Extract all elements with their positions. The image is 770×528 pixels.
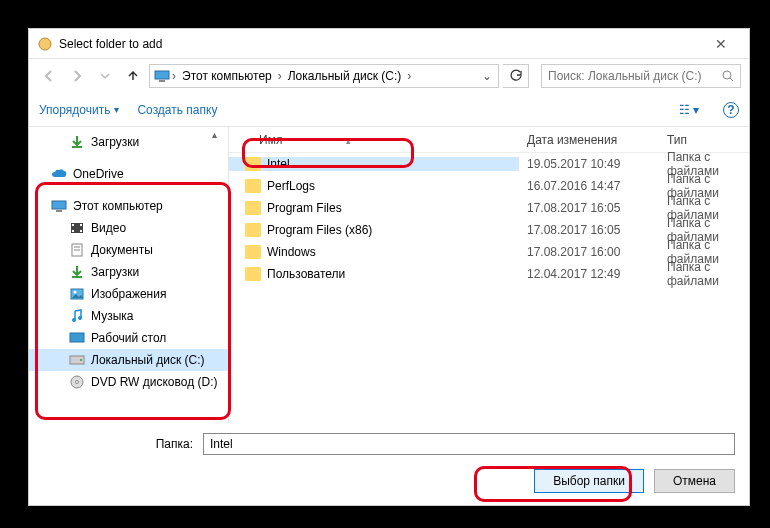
svg-point-23 — [80, 359, 82, 361]
chevron-down-icon[interactable]: ⌄ — [480, 69, 494, 83]
svg-rect-21 — [70, 333, 84, 342]
svg-line-4 — [730, 78, 733, 81]
file-name: Пользователи — [267, 267, 345, 281]
file-date: 17.08.2017 16:05 — [519, 223, 659, 237]
col-name[interactable]: Имя ▴ — [229, 133, 519, 147]
navbar: › Этот компьютер › Локальный диск (C:) ›… — [29, 59, 749, 93]
svg-point-19 — [72, 318, 76, 322]
sidebar-item-music[interactable]: Музыка — [29, 305, 228, 327]
file-name: PerfLogs — [267, 179, 315, 193]
view-options-button[interactable]: ☷ ▾ — [673, 101, 705, 119]
nav-up-button[interactable] — [121, 64, 145, 88]
pictures-icon — [69, 286, 85, 302]
folder-picker-dialog: Select folder to add ✕ › Этот компьютер … — [28, 28, 750, 506]
pc-icon — [154, 70, 170, 82]
svg-point-20 — [78, 316, 82, 320]
sidebar-item-thispc[interactable]: Этот компьютер — [29, 195, 228, 217]
nav-back-button[interactable] — [37, 64, 61, 88]
file-list: Имя ▴ Дата изменения Тип Intel19.05.2017… — [229, 127, 749, 423]
folder-icon — [245, 223, 261, 237]
select-folder-button[interactable]: Выбор папки — [534, 469, 644, 493]
folder-icon — [245, 201, 261, 215]
sidebar-item-downloads[interactable]: Загрузки — [29, 131, 228, 153]
window-title: Select folder to add — [59, 37, 701, 51]
svg-rect-1 — [155, 71, 169, 79]
disc-icon — [69, 374, 85, 390]
folder-icon — [245, 267, 261, 281]
nav-recent-button[interactable] — [93, 64, 117, 88]
sidebar-item-localdisk[interactable]: Локальный диск (C:) — [29, 349, 228, 371]
search-input[interactable] — [548, 69, 722, 83]
sidebar-item-dvd[interactable]: DVD RW дисковод (D:) — [29, 371, 228, 393]
chevron-down-icon: ▾ — [114, 104, 119, 115]
documents-icon — [69, 242, 85, 258]
svg-point-0 — [39, 38, 51, 50]
folder-icon — [245, 245, 261, 259]
chevron-right-icon: › — [405, 69, 413, 83]
folder-label: Папка: — [43, 437, 193, 451]
file-date: 17.08.2017 16:05 — [519, 201, 659, 215]
sidebar-item-pictures[interactable]: Изображения — [29, 283, 228, 305]
svg-point-3 — [723, 71, 731, 79]
svg-point-25 — [76, 381, 79, 384]
col-date[interactable]: Дата изменения — [519, 133, 659, 147]
file-name: Program Files (x86) — [267, 223, 372, 237]
sidebar-item-downloads2[interactable]: Загрузки — [29, 261, 228, 283]
footer: Папка: Выбор папки Отмена — [29, 423, 749, 507]
file-date: 12.04.2017 12:49 — [519, 267, 659, 281]
downloads-icon — [69, 134, 85, 150]
sidebar: ▴ Загрузки OneDrive Этот компьютер Видео… — [29, 127, 229, 423]
file-name: Windows — [267, 245, 316, 259]
col-type[interactable]: Тип — [659, 133, 749, 147]
downloads-icon — [69, 264, 85, 280]
file-date: 16.07.2016 14:47 — [519, 179, 659, 193]
scroll-up-icon[interactable]: ▴ — [212, 129, 226, 143]
chevron-right-icon: › — [276, 69, 284, 83]
pc-icon — [51, 198, 67, 214]
app-icon — [37, 36, 53, 52]
svg-rect-11 — [80, 224, 82, 226]
breadcrumb[interactable]: › Этот компьютер › Локальный диск (C:) ›… — [149, 64, 499, 88]
sidebar-item-video[interactable]: Видео — [29, 217, 228, 239]
drive-icon — [69, 352, 85, 368]
close-button[interactable]: ✕ — [701, 36, 741, 52]
file-name: Program Files — [267, 201, 342, 215]
titlebar: Select folder to add ✕ — [29, 29, 749, 59]
search-icon — [722, 70, 734, 82]
music-icon — [69, 308, 85, 324]
desktop-icon — [69, 330, 85, 346]
organize-menu[interactable]: Упорядочить ▾ — [39, 103, 119, 117]
svg-rect-6 — [52, 201, 66, 209]
refresh-button[interactable] — [503, 64, 529, 88]
svg-rect-2 — [159, 80, 165, 82]
new-folder-button[interactable]: Создать папку — [137, 103, 217, 117]
file-name: Intel — [267, 157, 290, 171]
video-icon — [69, 220, 85, 236]
breadcrumb-thispc[interactable]: Этот компьютер — [178, 69, 276, 83]
folder-icon — [245, 179, 261, 193]
sidebar-item-desktop[interactable]: Рабочий стол — [29, 327, 228, 349]
breadcrumb-localdisk[interactable]: Локальный диск (C:) — [284, 69, 406, 83]
sidebar-item-onedrive[interactable]: OneDrive — [29, 163, 228, 185]
cancel-button[interactable]: Отмена — [654, 469, 735, 493]
toolbar: Упорядочить ▾ Создать папку ☷ ▾ ? — [29, 93, 749, 127]
chevron-right-icon: › — [170, 69, 178, 83]
svg-rect-9 — [72, 224, 74, 226]
file-row[interactable]: Пользователи12.04.2017 12:49Папка с файл… — [229, 263, 749, 285]
cloud-icon — [51, 166, 67, 182]
svg-rect-10 — [72, 230, 74, 232]
sidebar-item-documents[interactable]: Документы — [29, 239, 228, 261]
svg-point-18 — [74, 291, 77, 294]
folder-input[interactable] — [203, 433, 735, 455]
file-date: 19.05.2017 10:49 — [519, 157, 659, 171]
search-box[interactable] — [541, 64, 741, 88]
svg-rect-12 — [80, 230, 82, 232]
nav-forward-button[interactable] — [65, 64, 89, 88]
file-date: 17.08.2017 16:00 — [519, 245, 659, 259]
help-button[interactable]: ? — [723, 102, 739, 118]
folder-icon — [245, 157, 261, 171]
svg-rect-7 — [56, 210, 62, 212]
sort-asc-icon: ▴ — [346, 136, 351, 146]
file-type: Папка с файлами — [659, 260, 749, 288]
